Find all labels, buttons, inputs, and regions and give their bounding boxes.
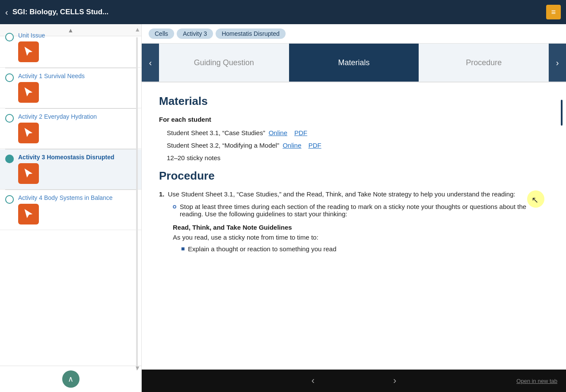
scrollbar-track bbox=[136, 37, 138, 370]
materials-subsection: For each student bbox=[159, 116, 549, 123]
sidebar-items: Unit Issue Activity 1 Survival Needs bbox=[0, 24, 141, 366]
bottom-prev-button[interactable]: ‹ bbox=[312, 375, 315, 386]
sidebar-down-arrow[interactable]: ▼ bbox=[134, 364, 140, 371]
open-in-new-tab-link[interactable]: Open in new tab bbox=[516, 378, 557, 384]
section-nav-guiding-question[interactable]: Guiding Question bbox=[159, 44, 289, 82]
sub-bullet-text-1: Stop at least three times during each se… bbox=[180, 203, 549, 218]
material-link-separator-1 bbox=[289, 129, 291, 136]
material-link-separator-2 bbox=[303, 142, 305, 149]
sidebar-circle-activity-2 bbox=[5, 114, 14, 123]
cursor-icon-activity-4 bbox=[22, 208, 35, 220]
material-link-online-2[interactable]: Online bbox=[283, 142, 301, 149]
sticky-notes-label: 12–20 sticky notes bbox=[159, 154, 549, 161]
sidebar-item-activity-3[interactable]: Activity 3 Homeostasis Disrupted bbox=[0, 149, 141, 190]
sidebar-label-activity-1: Activity 1 Survival Needs bbox=[18, 73, 136, 79]
sidebar-circle-activity-4 bbox=[5, 195, 14, 204]
cursor-icon-activity-1 bbox=[22, 86, 35, 98]
sidebar-icon-activity-4 bbox=[18, 204, 39, 224]
sidebar-item-content-activity-1: Activity 1 Survival Needs bbox=[18, 73, 136, 105]
sidebar-label-unit-issue: Unit Issue bbox=[18, 32, 136, 39]
section-nav: ‹ Guiding Question Materials Procedure › bbox=[142, 44, 566, 82]
sidebar-scrollbar bbox=[136, 37, 138, 370]
sidebar-circle-activity-1 bbox=[5, 73, 14, 82]
cursor-icon-unit-issue bbox=[22, 46, 35, 58]
section-nav-materials[interactable]: Materials bbox=[289, 44, 419, 82]
breadcrumb-bar: Cells Activity 3 Homestatis Disrupted bbox=[142, 24, 566, 44]
section-nav-left-arrow[interactable]: ‹ bbox=[142, 44, 159, 82]
sidebar-item-unit-issue[interactable]: Unit Issue bbox=[0, 28, 141, 68]
cursor-icon-activity-2 bbox=[22, 127, 35, 139]
cursor-icon-activity-3 bbox=[22, 168, 35, 180]
sidebar-icon-activity-2 bbox=[18, 123, 39, 143]
scroll-up-button[interactable]: ∧ bbox=[62, 370, 79, 388]
content-scroll[interactable]: Materials For each student Student Sheet… bbox=[142, 82, 566, 370]
sidebar: ▲ Unit Issue Activity 1 Survival Needs bbox=[0, 24, 142, 392]
step-1-number: 1. bbox=[159, 190, 165, 198]
material-link-pdf-1[interactable]: PDF bbox=[294, 129, 307, 136]
sidebar-item-activity-1[interactable]: Activity 1 Survival Needs bbox=[0, 68, 141, 108]
sidebar-item-content-unit-issue: Unit Issue bbox=[18, 32, 136, 65]
sidebar-item-activity-2[interactable]: Activity 2 Everyday Hydration bbox=[0, 109, 141, 149]
materials-title: Materials bbox=[159, 95, 549, 108]
material-link-pdf-2[interactable]: PDF bbox=[308, 142, 321, 149]
sidebar-circle-unit-issue bbox=[5, 33, 14, 41]
breadcrumb-cells[interactable]: Cells bbox=[149, 28, 174, 39]
bullet-dot-1 bbox=[173, 205, 176, 209]
sidebar-item-content-activity-2: Activity 2 Everyday Hydration bbox=[18, 113, 136, 146]
bottom-next-button[interactable]: › bbox=[393, 375, 396, 386]
sidebar-circle-activity-3 bbox=[5, 155, 14, 163]
breadcrumb-activity3[interactable]: Activity 3 bbox=[177, 28, 213, 39]
material-text-2: Student Sheet 3.2, “Modifying a Model” bbox=[167, 142, 279, 149]
material-row-1: Student Sheet 3.1, “Case Studies” Online… bbox=[159, 129, 549, 136]
square-bullet-1 bbox=[181, 247, 184, 250]
sidebar-item-content-activity-4: Activity 4 Body Systems in Balance bbox=[18, 194, 136, 227]
sidebar-item-content-activity-3: Activity 3 Homeostasis Disrupted bbox=[18, 154, 136, 187]
procedure-step-1: 1. Use Student Sheet 3.1, “Case Studies,… bbox=[159, 190, 549, 198]
back-button[interactable]: ‹ bbox=[5, 7, 8, 17]
main-layout: ▲ Unit Issue Activity 1 Survival Needs bbox=[0, 24, 566, 392]
guideline-title: Read, Think, and Take Note Guidelines bbox=[173, 224, 549, 231]
material-row-2: Student Sheet 3.2, “Modifying a Model” O… bbox=[159, 142, 549, 149]
guideline-intro: As you read, use a sticky note from time… bbox=[173, 234, 549, 241]
sub-bullet-1: Stop at least three times during each se… bbox=[173, 203, 549, 218]
sidebar-icon-unit-issue bbox=[18, 41, 39, 62]
top-header: ‹ SGI: Biology, CELLS Stud... ≡ bbox=[0, 0, 566, 24]
scroll-indicator bbox=[561, 100, 563, 126]
sidebar-icon-activity-1 bbox=[18, 82, 39, 103]
step-1-text: Use Student Sheet 3.1, “Case Studies,” a… bbox=[168, 190, 515, 198]
app-title: SGI: Biology, CELLS Stud... bbox=[13, 8, 546, 16]
sidebar-label-activity-3: Activity 3 Homeostasis Disrupted bbox=[18, 154, 136, 161]
material-link-online-1[interactable]: Online bbox=[269, 129, 287, 136]
bottom-nav: ‹ › Open in new tab bbox=[142, 370, 566, 392]
final-bullets: Explain a thought or reaction to somethi… bbox=[181, 245, 549, 253]
final-bullet-text-1: Explain a thought or reaction to somethi… bbox=[188, 245, 337, 253]
final-bullet-1: Explain a thought or reaction to somethi… bbox=[181, 245, 549, 253]
breadcrumb-homeostasis[interactable]: Homestatis Disrupted bbox=[216, 28, 286, 39]
material-text-1: Student Sheet 3.1, “Case Studies” bbox=[167, 129, 265, 136]
section-nav-procedure[interactable]: Procedure bbox=[419, 44, 549, 82]
content-area: Cells Activity 3 Homestatis Disrupted ‹ … bbox=[142, 24, 566, 392]
sidebar-item-activity-4[interactable]: Activity 4 Body Systems in Balance bbox=[0, 190, 141, 230]
menu-button[interactable]: ≡ bbox=[546, 5, 561, 19]
sidebar-label-activity-4: Activity 4 Body Systems in Balance bbox=[18, 194, 136, 201]
sub-bullets: Stop at least three times during each se… bbox=[173, 203, 549, 218]
sidebar-label-activity-2: Activity 2 Everyday Hydration bbox=[18, 113, 136, 120]
sidebar-icon-activity-3 bbox=[18, 163, 39, 184]
section-nav-right-arrow[interactable]: › bbox=[549, 44, 566, 82]
procedure-title: Procedure bbox=[159, 169, 549, 183]
sidebar-bottom: ∧ bbox=[0, 366, 141, 392]
sidebar-up-arrow[interactable]: ▲ bbox=[134, 26, 140, 33]
